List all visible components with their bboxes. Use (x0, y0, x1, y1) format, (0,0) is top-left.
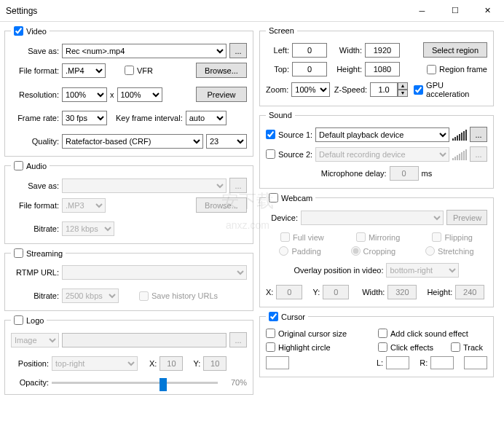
streaming-url-label: RTMP URL: (11, 268, 59, 277)
sound-src2-select[interactable]: Default recording device (315, 147, 449, 162)
audio-save-as-select[interactable] (62, 178, 227, 193)
screen-gpu-label[interactable]: GPU acceleration (414, 81, 487, 98)
screen-zspeed-spinner[interactable]: ▲▼ (370, 82, 408, 97)
webcam-cropping-radio[interactable] (351, 246, 361, 256)
audio-save-as-browse-button[interactable]: ... (229, 178, 247, 193)
logo-position-select[interactable]: top-right (52, 356, 138, 371)
cursor-track-label[interactable]: Track (451, 342, 483, 352)
logo-opacity-slider[interactable] (52, 382, 218, 384)
video-vfr-label[interactable]: VFR (125, 66, 153, 75)
cursor-orig-size-checkbox[interactable] (266, 329, 275, 338)
screen-top-input[interactable] (292, 62, 327, 76)
logo-x-input[interactable] (160, 356, 183, 371)
logo-browse-button[interactable]: ... (229, 332, 247, 347)
webcam-stretching-radio[interactable] (425, 246, 435, 256)
cursor-r-color[interactable] (430, 356, 454, 369)
screen-zoom-label: Zoom: (266, 85, 288, 94)
logo-legend: Logo (26, 316, 44, 325)
logo-enable-checkbox[interactable] (14, 315, 23, 325)
cursor-click-fx-checkbox[interactable] (378, 342, 387, 352)
sound-mic-delay-input[interactable] (390, 166, 419, 181)
cursor-click-sound-checkbox[interactable] (378, 329, 387, 338)
screen-region-frame-label[interactable]: Region frame (427, 65, 487, 74)
webcam-enable-checkbox[interactable] (269, 193, 278, 203)
webcam-overlay-select[interactable]: bottom-right (386, 263, 459, 278)
screen-region-frame-checkbox[interactable] (427, 65, 436, 74)
audio-browse-button[interactable]: Browse... (196, 197, 247, 213)
logo-type-select[interactable]: Image (11, 333, 59, 347)
cursor-enable-checkbox[interactable] (269, 312, 278, 321)
video-quality-select[interactable]: Ratefactor-based (CRF) (62, 134, 203, 149)
cursor-click-fx-label[interactable]: Click effects (378, 342, 448, 352)
spin-down-icon[interactable]: ▼ (398, 90, 408, 97)
screen-top-label: Top: (266, 65, 289, 74)
cursor-track-checkbox[interactable] (451, 342, 460, 352)
audio-enable-checkbox[interactable] (14, 161, 23, 170)
streaming-url-select[interactable] (62, 265, 247, 280)
streaming-save-hist-label: Save history URLs (139, 291, 218, 301)
screen-left-input[interactable] (292, 43, 327, 58)
cursor-track-color[interactable] (464, 356, 487, 369)
sound-src2-checkbox[interactable] (266, 149, 275, 159)
audio-bitrate-select[interactable]: 128 kbps (62, 221, 114, 236)
cursor-l-color[interactable] (386, 356, 409, 369)
webcam-width-input[interactable] (387, 285, 417, 299)
maximize-button[interactable]: ☐ (438, 0, 471, 22)
volume-icon[interactable] (452, 129, 467, 141)
streaming-enable-checkbox[interactable] (14, 248, 23, 258)
webcam-x-label: X: (266, 288, 273, 296)
video-quality-label: Quality: (11, 137, 59, 146)
minimize-button[interactable]: ─ (406, 0, 438, 22)
video-res-h-select[interactable]: 100% (117, 87, 162, 102)
webcam-device-select[interactable] (301, 211, 444, 225)
sound-src1-more-button[interactable]: ... (470, 127, 487, 142)
webcam-height-input[interactable] (455, 285, 484, 299)
webcam-y-input[interactable] (323, 285, 349, 299)
webcam-fullview-checkbox[interactable] (280, 232, 290, 242)
screen-height-input[interactable] (365, 62, 400, 76)
sound-src1-select[interactable]: Default playback device (315, 127, 449, 142)
video-enable-checkbox[interactable] (14, 26, 23, 36)
screen-gpu-checkbox[interactable] (414, 85, 423, 95)
cursor-highlight-checkbox[interactable] (266, 342, 275, 352)
video-kfi-label: Key frame interval: (116, 114, 183, 122)
video-browse-button[interactable]: Browse... (196, 63, 247, 78)
screen-height-label: Height: (330, 65, 362, 74)
video-kfi-select[interactable]: auto (186, 111, 227, 125)
logo-y-input[interactable] (203, 356, 227, 371)
webcam-flipping-checkbox[interactable] (432, 232, 441, 242)
video-framerate-select[interactable]: 30 fps (62, 111, 107, 125)
webcam-mirroring-checkbox[interactable] (356, 232, 366, 242)
logo-x-label: X: (149, 359, 157, 368)
logo-path-input[interactable] (62, 333, 227, 347)
video-save-as-browse-button[interactable]: ... (229, 43, 247, 58)
screen-select-region-button[interactable]: Select region (423, 42, 487, 58)
cursor-highlight-label[interactable]: Highlight circle (266, 342, 375, 352)
video-save-as-select[interactable]: Rec <num>.mp4 (62, 44, 227, 58)
webcam-overlay-label: Overlay position in video: (294, 266, 384, 275)
video-res-w-select[interactable]: 100% (62, 87, 107, 102)
cursor-orig-size-label[interactable]: Original cursor size (266, 329, 375, 338)
streaming-save-hist-checkbox[interactable] (139, 291, 149, 301)
video-crf-select[interactable]: 23 (206, 134, 247, 149)
close-button[interactable]: ✕ (471, 0, 504, 22)
screen-zoom-select[interactable]: 100% (291, 82, 330, 97)
webcam-x-input[interactable] (276, 285, 302, 299)
video-vfr-checkbox[interactable] (125, 66, 134, 75)
webcam-preview-button[interactable]: Preview (446, 210, 487, 225)
webcam-device-label: Device: (266, 213, 298, 222)
cursor-highlight-color[interactable] (266, 356, 289, 369)
audio-file-format-select[interactable]: .MP3 (62, 198, 106, 213)
sound-src2-more-button[interactable]: ... (470, 146, 487, 162)
video-file-format-select[interactable]: .MP4 (62, 63, 106, 78)
streaming-bitrate-select[interactable]: 2500 kbps (62, 288, 119, 303)
sound-src1-checkbox[interactable] (266, 130, 275, 139)
video-preview-button[interactable]: Preview (196, 87, 247, 102)
logo-position-label: Position: (11, 359, 49, 368)
screen-width-input[interactable] (365, 43, 400, 58)
audio-bitrate-label: Bitrate: (11, 224, 59, 233)
cursor-click-sound-label[interactable]: Add click sound effect (378, 329, 468, 338)
sound-group: Sound Source 1: Default playback device … (259, 111, 494, 189)
spin-up-icon[interactable]: ▲ (398, 82, 408, 90)
webcam-padding-radio[interactable] (279, 246, 288, 256)
